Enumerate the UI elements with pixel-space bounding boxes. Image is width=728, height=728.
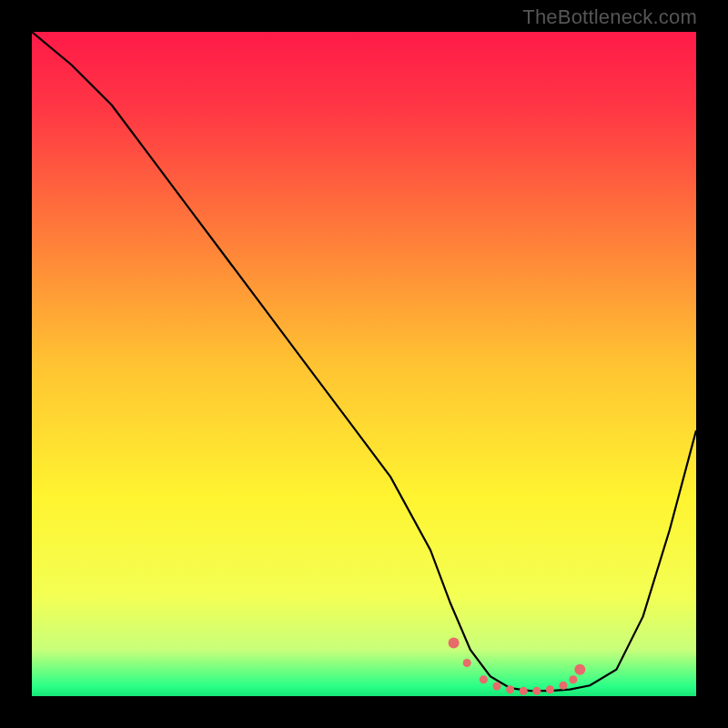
marker-dot — [532, 687, 541, 695]
bottleneck-curve — [32, 32, 696, 696]
curve-line — [32, 32, 696, 691]
marker-dot — [506, 685, 514, 693]
watermark-text: TheBottleneck.com — [522, 5, 697, 29]
marker-dot — [449, 638, 460, 649]
marker-dot — [520, 687, 528, 695]
marker-dot — [480, 675, 488, 683]
marker-dot — [546, 685, 554, 693]
chart-frame: TheBottleneck.com — [0, 0, 728, 728]
marker-dot — [560, 682, 568, 690]
marker-dot — [493, 682, 501, 691]
plot-area — [32, 32, 696, 696]
marker-dot — [463, 659, 471, 667]
marker-dot — [574, 664, 585, 675]
marker-dot — [569, 675, 577, 683]
